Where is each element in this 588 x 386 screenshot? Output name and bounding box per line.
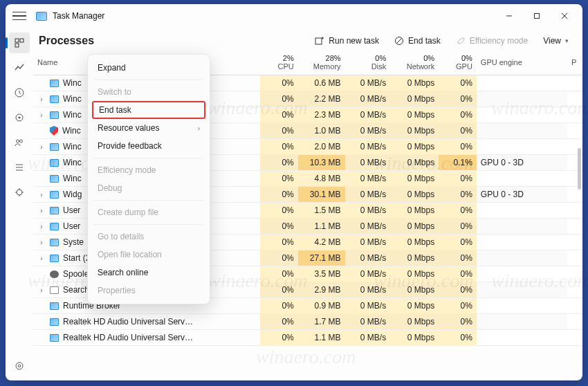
- cell-cpu: 0%: [260, 219, 298, 235]
- cell-disk: 0 MB/s: [345, 107, 391, 123]
- cell-gpu: 0.1%: [439, 155, 477, 171]
- ctx-go-to-details: Go to details: [88, 228, 210, 246]
- ctx-end-task[interactable]: End task: [92, 101, 205, 119]
- svg-rect-1: [535, 14, 540, 19]
- cell-gpu-engine: [477, 266, 567, 282]
- cell-gpu: 0%: [439, 250, 477, 266]
- run-new-task-button[interactable]: Run new task: [311, 33, 383, 48]
- cell-cpu: 0%: [260, 282, 298, 298]
- cell-gpu: 0%: [439, 282, 477, 298]
- ctx-properties: Properties: [88, 282, 210, 300]
- svg-point-11: [20, 140, 23, 143]
- process-name: Winc: [63, 174, 82, 183]
- col-p[interactable]: P: [567, 51, 582, 75]
- col-disk[interactable]: 0%Disk: [345, 51, 391, 75]
- cell-mem: 1.7 MB: [298, 314, 345, 330]
- svg-point-17: [18, 365, 21, 367]
- cell-mem: 1.1 MB: [298, 219, 345, 235]
- process-icon: [50, 334, 59, 342]
- cell-net: 0 Mbps: [390, 330, 439, 346]
- cell-net: 0 Mbps: [390, 123, 439, 139]
- expand-chevron-icon[interactable]: ›: [37, 207, 46, 214]
- cell-mem: 2.2 MB: [298, 91, 345, 107]
- col-network[interactable]: 0%Network: [390, 51, 439, 75]
- view-label: View: [543, 36, 561, 46]
- cell-gpu-engine: [477, 171, 567, 187]
- svg-point-15: [17, 190, 22, 195]
- cell-cpu: 0%: [260, 266, 298, 282]
- view-dropdown[interactable]: View ▾: [539, 33, 573, 48]
- end-task-button[interactable]: End task: [390, 33, 445, 48]
- ctx-provide-feedback[interactable]: Provide feedback: [88, 137, 210, 155]
- nav-details[interactable]: [9, 157, 30, 178]
- nav-processes[interactable]: [9, 33, 30, 53]
- nav-services[interactable]: [9, 182, 30, 203]
- cell-disk: 0 MB/s: [345, 314, 391, 330]
- expand-chevron-icon[interactable]: ›: [37, 223, 46, 230]
- expand-chevron-icon[interactable]: ›: [37, 286, 46, 294]
- col-gpu[interactable]: 0%GPU: [439, 51, 477, 75]
- hamburger-menu-button[interactable]: [12, 9, 26, 23]
- ctx-search-online[interactable]: Search online: [88, 264, 210, 282]
- cell-gpu-engine: [477, 314, 567, 330]
- cell-mem: 1.1 MB: [298, 330, 345, 346]
- cell-gpu: 0%: [439, 139, 477, 155]
- cell-net: 0 Mbps: [390, 203, 439, 219]
- cell-disk: 0 MB/s: [345, 75, 391, 91]
- process-icon: [50, 111, 59, 119]
- cell-cpu: 0%: [260, 298, 298, 314]
- process-icon: [50, 318, 59, 326]
- expand-chevron-icon[interactable]: ›: [37, 255, 46, 262]
- cell-disk: 0 MB/s: [345, 203, 391, 219]
- cell-gpu-engine: [477, 123, 567, 139]
- minimize-button[interactable]: [495, 6, 523, 26]
- expand-chevron-icon[interactable]: ›: [37, 191, 46, 199]
- cell-disk: 0 MB/s: [345, 139, 391, 155]
- cell-disk: 0 MB/s: [345, 282, 391, 298]
- nav-settings[interactable]: [9, 356, 30, 376]
- nav-users[interactable]: [9, 132, 30, 153]
- cell-net: 0 Mbps: [390, 282, 439, 298]
- cell-gpu-engine: [477, 219, 567, 235]
- app-icon: [36, 12, 47, 21]
- cell-gpu: 0%: [439, 203, 477, 219]
- process-name: Winc: [63, 110, 82, 120]
- scrollbar-thumb[interactable]: [578, 148, 581, 190]
- cell-net: 0 Mbps: [390, 219, 439, 235]
- page-title: Processes: [39, 35, 94, 47]
- cell-cpu: 0%: [260, 107, 298, 123]
- expand-chevron-icon[interactable]: ›: [37, 143, 46, 151]
- nav-startup[interactable]: [9, 107, 30, 128]
- maximize-button[interactable]: [523, 6, 551, 26]
- col-memory[interactable]: 28%Memory: [298, 51, 345, 75]
- table-row[interactable]: Realtek HD Audio Universal Serv…0%1.1 MB…: [33, 330, 582, 346]
- cell-gpu: 0%: [439, 171, 477, 187]
- nav-app-history[interactable]: [9, 82, 30, 103]
- expand-chevron-icon[interactable]: ›: [37, 239, 46, 246]
- ctx-resource-values[interactable]: Resource values›: [88, 119, 210, 137]
- col-gpu-engine[interactable]: GPU engine: [477, 51, 567, 75]
- cell-gpu-engine: [477, 298, 567, 314]
- cell-disk: 0 MB/s: [345, 91, 391, 107]
- svg-point-9: [19, 117, 21, 119]
- cell-mem: 2.0 MB: [298, 139, 345, 155]
- col-cpu[interactable]: 2%CPU: [260, 51, 298, 75]
- cell-gpu: 0%: [439, 107, 477, 123]
- cell-gpu: 0%: [439, 298, 477, 314]
- cell-cpu: 0%: [260, 203, 298, 219]
- nav-performance[interactable]: [9, 57, 30, 78]
- expand-chevron-icon[interactable]: ›: [37, 95, 46, 103]
- expand-chevron-icon[interactable]: ›: [37, 111, 46, 119]
- svg-point-16: [16, 362, 23, 369]
- ctx-expand[interactable]: Expand: [88, 59, 210, 77]
- cell-net: 0 Mbps: [390, 235, 439, 250]
- cell-gpu: 0%: [439, 235, 477, 250]
- cell-gpu: 0%: [439, 123, 477, 139]
- process-name: Winc: [62, 126, 81, 136]
- table-row[interactable]: Realtek HD Audio Universal Serv…0%1.7 MB…: [33, 314, 582, 330]
- process-name: User: [63, 205, 80, 215]
- cell-mem: 4.8 MB: [298, 171, 345, 187]
- ctx-open-file-location: Open file location: [88, 246, 210, 264]
- close-button[interactable]: [551, 6, 578, 26]
- cell-net: 0 Mbps: [390, 314, 439, 330]
